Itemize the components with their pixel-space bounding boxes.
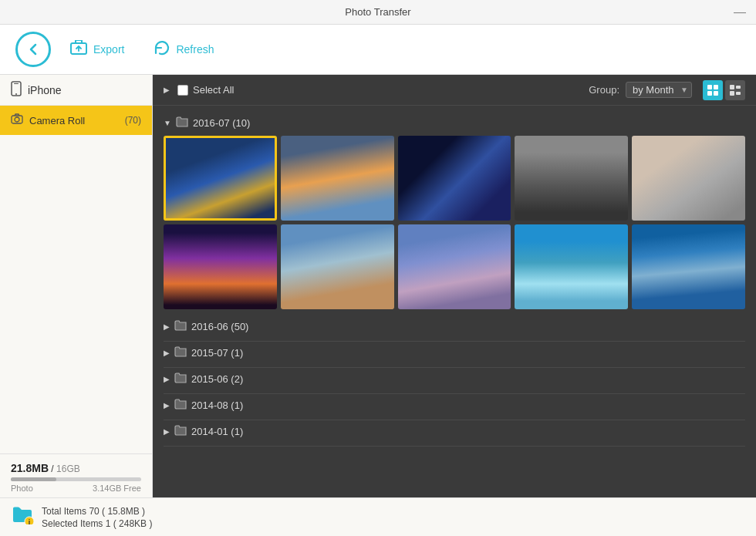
select-collapse-arrow: ▶ [164, 86, 170, 94]
svg-rect-13 [736, 92, 741, 95]
photo-p8[interactable] [398, 224, 511, 309]
month-group-2014-08: ▶ 2014-08 (1) [164, 396, 745, 420]
month-title-2014-01: 2014-01 (1) [191, 426, 243, 437]
export-button[interactable]: Export [59, 34, 135, 66]
month-group-2016-06: ▶ 2016-06 (50) [164, 317, 745, 342]
photo-p10[interactable] [632, 224, 745, 309]
sidebar-item-camera-roll[interactable]: Camera Roll (70) [0, 106, 152, 135]
group-label: Group: [589, 84, 619, 96]
camera-roll-icon [11, 113, 23, 127]
svg-point-5 [15, 117, 19, 122]
group-area: Group: by Month by Day by Year ▼ [589, 80, 745, 100]
month-group-2016-07: ▼ 2016-07 (10) [164, 113, 745, 309]
photo-p6[interactable] [164, 224, 277, 309]
toolbar: Export Refresh [0, 25, 756, 75]
camera-roll-count: (70) [125, 115, 141, 126]
refresh-button[interactable]: Refresh [143, 33, 224, 66]
month-collapse-icon-2014-01: ▶ [164, 427, 170, 436]
total-size: ( 15.8MB ) [102, 506, 145, 517]
svg-text:i: i [29, 518, 31, 524]
sidebar-footer: 21.8MB / 16GB Photo 3.14GB Free [0, 453, 152, 497]
content-header: ▶ Select All Group: by Month by Day by Y… [153, 75, 756, 106]
photo-p9[interactable] [515, 224, 628, 309]
app-title: Photo Transfer [345, 6, 410, 18]
refresh-icon [154, 39, 170, 60]
month-folder-icon-2014-01 [174, 425, 187, 438]
content-area: ▶ Select All Group: by Month by Day by Y… [153, 75, 756, 497]
select-all-area[interactable]: ▶ Select All [164, 84, 234, 96]
camera-roll-label: Camera Roll [29, 115, 119, 126]
storage-free-label: 3.14GB Free [93, 484, 141, 493]
month-collapse-icon-2015-07: ▶ [164, 349, 170, 357]
photo-p2[interactable] [281, 136, 394, 221]
month-header-2016-07[interactable]: ▼ 2016-07 (10) [164, 113, 745, 136]
month-header-2014-08[interactable]: ▶ 2014-08 (1) [164, 396, 745, 420]
month-header-2016-06[interactable]: ▶ 2016-06 (50) [164, 317, 745, 342]
storage-bar-bg [11, 477, 141, 481]
month-folder-icon-2016-07 [176, 116, 188, 130]
refresh-label: Refresh [176, 43, 214, 56]
status-bar: i Total Items 70 ( 15.8MB ) Selected Ite… [0, 497, 756, 536]
selected-label: Selected Items [42, 518, 103, 529]
photo-grid-2016-07 [164, 136, 745, 309]
month-folder-icon-2015-06 [174, 373, 187, 386]
svg-rect-10 [730, 85, 734, 89]
month-group-2014-01: ▶ 2014-01 (1) [164, 422, 745, 447]
select-all-checkbox[interactable] [177, 85, 188, 96]
group-select[interactable]: by Month by Day by Year [626, 82, 692, 98]
month-collapse-icon-2016-07: ▼ [164, 119, 171, 127]
svg-rect-9 [714, 91, 718, 96]
select-all-label: Select All [193, 84, 234, 96]
storage-type-row: Photo 3.14GB Free [11, 484, 141, 493]
month-title-2015-07: 2015-07 (1) [191, 347, 243, 359]
minimize-button[interactable]: — [733, 5, 747, 19]
month-header-2014-01[interactable]: ▶ 2014-01 (1) [164, 422, 745, 447]
storage-bar-fill [11, 477, 56, 481]
back-button[interactable] [15, 32, 51, 67]
month-collapse-icon-2014-08: ▶ [164, 401, 170, 410]
storage-used: 21.8MB [11, 462, 49, 474]
main-area: iPhone Camera Roll (70) 21.8MB / 16GB [0, 75, 756, 497]
view-buttons [703, 80, 745, 100]
iphone-icon [11, 81, 22, 99]
total-label: Total Items [42, 506, 86, 517]
sidebar-items: Camera Roll (70) [0, 106, 152, 453]
month-title-2016-06: 2016-06 (50) [191, 321, 248, 332]
list-view-button[interactable] [725, 80, 745, 100]
photo-p5[interactable] [632, 136, 745, 221]
sidebar: iPhone Camera Roll (70) 21.8MB / 16GB [0, 75, 153, 497]
month-collapse-icon-2016-06: ▶ [164, 322, 170, 331]
photo-p7[interactable] [281, 224, 394, 309]
selected-size: ( 248KB ) [113, 518, 153, 529]
svg-rect-6 [707, 85, 712, 89]
month-group-2015-06: ▶ 2015-06 (2) [164, 369, 745, 394]
title-bar: Photo Transfer — [0, 0, 756, 25]
month-title-2016-07: 2016-07 (10) [193, 117, 250, 129]
svg-rect-3 [14, 83, 19, 84]
storage-sep: / [49, 464, 56, 474]
grid-view-button[interactable] [703, 80, 723, 100]
storage-total: 16GB [56, 464, 80, 474]
device-name: iPhone [28, 84, 62, 96]
month-header-2015-07[interactable]: ▶ 2015-07 (1) [164, 343, 745, 368]
total-count: 70 [89, 506, 99, 517]
export-label: Export [93, 43, 124, 56]
month-folder-icon-2015-07 [174, 346, 187, 359]
photo-p1[interactable] [164, 136, 277, 221]
group-dropdown-wrap: by Month by Day by Year ▼ [626, 82, 692, 98]
svg-rect-7 [714, 85, 718, 89]
month-folder-icon-2014-08 [174, 399, 187, 412]
storage-info: 21.8MB / 16GB [11, 462, 141, 474]
svg-rect-8 [707, 91, 712, 96]
photo-p4[interactable] [515, 136, 628, 221]
month-title-2015-06: 2015-06 (2) [191, 373, 243, 385]
month-header-2015-06[interactable]: ▶ 2015-06 (2) [164, 369, 745, 394]
svg-point-2 [15, 93, 17, 95]
svg-rect-12 [736, 86, 741, 89]
photo-p3[interactable] [398, 136, 511, 221]
selected-count: 1 [106, 518, 111, 529]
status-texts: Total Items 70 ( 15.8MB ) Selected Items… [42, 506, 152, 529]
photo-area: ▼ 2016-07 (10) [153, 106, 756, 497]
month-title-2014-08: 2014-08 (1) [191, 399, 243, 411]
storage-type-label: Photo [11, 484, 33, 493]
